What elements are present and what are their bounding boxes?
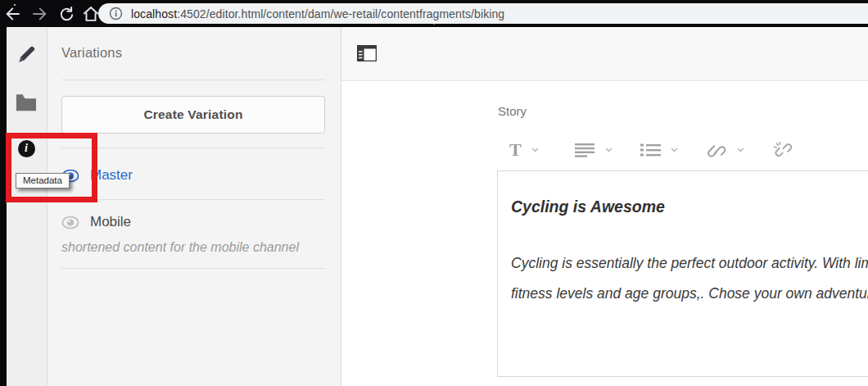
rail-metadata-button[interactable]: i — [16, 138, 37, 159]
variation-label[interactable]: Master — [90, 167, 133, 184]
browser-toolbar: localhost:4502/editor.html/content/dam/w… — [0, 0, 868, 27]
chevron-down-icon — [531, 148, 539, 152]
address-bar[interactable]: localhost:4502/editor.html/content/dam/w… — [98, 3, 868, 24]
info-icon: i — [18, 140, 35, 157]
align-icon — [575, 143, 595, 157]
link-icon — [706, 141, 727, 159]
refresh-icon — [58, 6, 75, 23]
divider — [61, 199, 325, 200]
browser-refresh-button[interactable] — [56, 3, 77, 25]
url-host: localhost — [131, 7, 177, 20]
chevron-down-icon — [737, 148, 744, 152]
unlink-icon — [771, 140, 793, 160]
variation-description: shortened content for the mobile channel — [61, 240, 325, 255]
url-text: localhost:4502/editor.html/content/dam/w… — [131, 7, 504, 20]
rail-content-button[interactable] — [16, 92, 37, 113]
variation-item-mobile[interactable]: Mobile — [61, 212, 325, 232]
browser-forward-button[interactable] — [29, 3, 51, 25]
page-info-icon[interactable] — [109, 7, 123, 20]
editor-topbar — [341, 27, 868, 81]
info-glyph: i — [25, 143, 28, 154]
back-arrow-icon — [3, 5, 21, 23]
variations-title: Variations — [61, 45, 122, 61]
editor-paragraph-line: Cycling is essentially the perfect outdo… — [511, 255, 868, 272]
divider — [61, 148, 325, 148]
editor-paragraph-line: fitness levels and age groups,. Chose yo… — [511, 285, 868, 302]
chevron-down-icon — [605, 148, 613, 152]
side-panel-toggle-button[interactable] — [357, 45, 377, 61]
rich-text-editor-area[interactable]: Cycling is Awesome Cycling is essentiall… — [497, 170, 868, 377]
divider — [61, 268, 325, 269]
side-panel-toggle-icon — [357, 45, 377, 61]
pencil-icon — [16, 44, 37, 65]
metadata-tooltip: Metadata — [16, 173, 70, 188]
fragment-editor-main: Story T — [341, 27, 868, 386]
variation-item-master[interactable]: Master — [61, 166, 325, 185]
forward-arrow-icon — [31, 5, 49, 23]
create-variation-button[interactable]: Create Variation — [61, 96, 325, 134]
field-label-story: Story — [498, 104, 527, 118]
text-format-icon: T — [509, 141, 522, 159]
list-icon — [640, 143, 661, 157]
editor-heading: Cycling is Awesome — [511, 198, 665, 216]
paragraph-align-dropdown[interactable] — [575, 143, 640, 157]
url-path: :4502/editor.html/content/dam/we-retail/… — [177, 7, 504, 20]
unlink-button[interactable] — [771, 140, 837, 160]
variations-panel: Variations Create Variation Master Mobil… — [47, 27, 341, 386]
rich-text-toolbar: T — [509, 138, 837, 162]
browser-back-button[interactable] — [2, 3, 23, 25]
preview-eye-icon[interactable] — [61, 216, 79, 229]
list-dropdown[interactable] — [640, 143, 706, 157]
divider — [61, 79, 325, 80]
editor-side-rail: i — [7, 27, 47, 386]
desktop-background-strip — [0, 27, 7, 386]
home-icon — [82, 5, 100, 23]
variation-label[interactable]: Mobile — [90, 214, 131, 230]
folder-icon — [16, 93, 37, 111]
link-dropdown[interactable] — [706, 141, 771, 159]
chevron-down-icon — [671, 148, 678, 152]
text-format-dropdown[interactable]: T — [509, 141, 575, 159]
rail-edit-button[interactable] — [16, 43, 37, 65]
